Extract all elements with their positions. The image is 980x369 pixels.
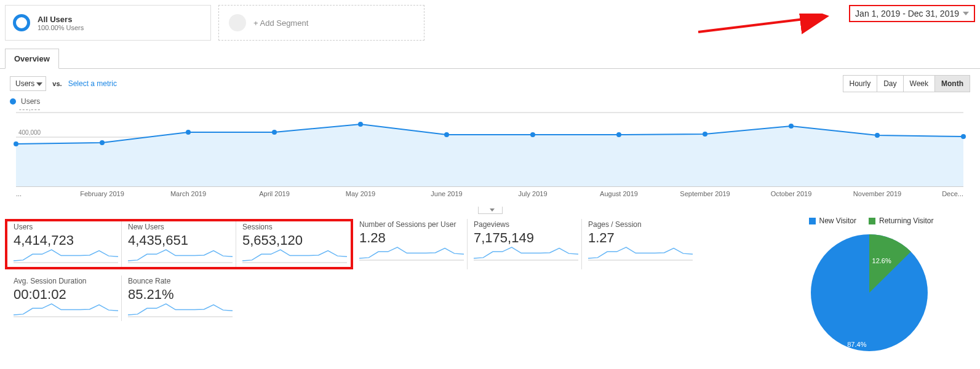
visitor-pie-chart[interactable]: 12.6% 87.4% xyxy=(777,225,962,354)
svg-point-18 xyxy=(875,133,880,138)
segment-title: All Users xyxy=(38,15,84,24)
svg-text:May 2019: May 2019 xyxy=(346,190,375,197)
card-label: Sessions xyxy=(242,223,345,232)
chevron-down-icon xyxy=(36,82,42,86)
chevron-down-icon xyxy=(490,208,495,212)
add-segment-button[interactable]: + Add Segment xyxy=(218,5,424,41)
svg-point-14 xyxy=(530,132,535,137)
svg-text:12.6%: 12.6% xyxy=(872,257,891,264)
svg-text:June 2019: June 2019 xyxy=(431,190,462,197)
sparkline xyxy=(128,248,233,263)
date-range-picker[interactable]: Jan 1, 2019 - Dec 31, 2019 xyxy=(849,5,975,22)
sparkline xyxy=(14,303,118,317)
segment-all-users[interactable]: All Users 100.00% Users xyxy=(5,5,211,41)
card-label: Number of Sessions per User xyxy=(359,220,461,230)
placeholder-circle-icon xyxy=(229,14,246,31)
card-value: 00:01:02 xyxy=(14,287,115,303)
segment-circle-icon xyxy=(13,14,30,31)
granularity-week[interactable]: Week xyxy=(903,76,934,92)
card-pages-per-session[interactable]: Pages / Session 1.27 xyxy=(582,219,696,269)
svg-point-11 xyxy=(272,130,277,135)
primary-metric-dropdown[interactable]: Users xyxy=(10,76,46,91)
svg-point-17 xyxy=(789,124,794,129)
card-new-users[interactable]: New Users 4,435,651 xyxy=(122,221,236,267)
granularity-toggle: Hourly Day Week Month xyxy=(843,75,970,92)
svg-point-19 xyxy=(961,134,966,139)
card-value: 85.21% xyxy=(128,287,230,303)
card-users[interactable]: Users 4,414,723 xyxy=(7,221,122,267)
svg-text:July 2019: July 2019 xyxy=(518,190,547,197)
card-avg-session-duration[interactable]: Avg. Session Duration 00:01:02 xyxy=(7,276,122,321)
svg-text:February 2019: February 2019 xyxy=(80,190,124,197)
sparkline xyxy=(242,248,347,263)
legend-returning-visitor: Returning Visitor xyxy=(879,216,934,225)
segment-text: All Users 100.00% Users xyxy=(38,15,84,31)
vs-label: vs. xyxy=(52,80,62,87)
sparkline xyxy=(359,246,464,261)
card-pageviews[interactable]: Pageviews 7,175,149 xyxy=(468,219,582,269)
card-bounce-rate[interactable]: Bounce Rate 85.21% xyxy=(122,276,236,321)
svg-text:400,000: 400,000 xyxy=(18,129,41,136)
series-legend-label: Users xyxy=(21,97,40,106)
tab-overview-label: Overview xyxy=(14,54,50,63)
svg-point-12 xyxy=(358,122,363,127)
select-metric-link[interactable]: Select a metric xyxy=(68,79,117,88)
pie-legend: New Visitor Returning Visitor xyxy=(777,216,965,225)
svg-text:September 2019: September 2019 xyxy=(680,190,730,197)
granularity-day[interactable]: Day xyxy=(877,76,902,92)
card-value: 1.27 xyxy=(588,230,690,246)
primary-metric-label: Users xyxy=(15,79,34,88)
svg-point-15 xyxy=(616,132,621,137)
segment-subtitle: 100.00% Users xyxy=(38,24,84,31)
sparkline xyxy=(588,246,693,261)
card-value: 1.28 xyxy=(359,230,461,246)
card-label: Users xyxy=(14,223,115,232)
tab-overview[interactable]: Overview xyxy=(5,49,59,69)
card-value: 7,175,149 xyxy=(474,230,575,246)
svg-point-16 xyxy=(703,132,707,137)
tabs: Overview xyxy=(0,48,980,69)
card-label: New Users xyxy=(128,223,229,232)
card-value: 4,435,651 xyxy=(128,232,229,248)
granularity-month[interactable]: Month xyxy=(934,76,970,92)
card-value: 5,653,120 xyxy=(242,232,345,248)
svg-point-13 xyxy=(444,132,449,137)
svg-point-8 xyxy=(14,141,18,146)
chevron-down-icon xyxy=(963,12,969,15)
legend-swatch-new xyxy=(809,218,816,224)
svg-point-9 xyxy=(100,140,105,145)
svg-text:November 2019: November 2019 xyxy=(853,190,901,197)
collapse-handle[interactable] xyxy=(478,207,503,214)
users-line-chart[interactable]: 200,000400,000600,000February 2019March … xyxy=(10,109,970,205)
card-sessions-per-user[interactable]: Number of Sessions per User 1.28 xyxy=(353,219,468,269)
svg-text:...: ... xyxy=(16,190,22,197)
svg-point-10 xyxy=(186,130,191,135)
svg-text:87.4%: 87.4% xyxy=(847,341,866,348)
add-segment-label: + Add Segment xyxy=(253,18,308,28)
card-label: Bounce Rate xyxy=(128,277,230,287)
sparkline xyxy=(474,246,578,261)
card-value: 4,414,723 xyxy=(14,232,115,248)
card-label: Pageviews xyxy=(474,220,575,230)
card-sessions[interactable]: Sessions 5,653,120 xyxy=(236,221,351,267)
legend-new-visitor: New Visitor xyxy=(819,216,856,225)
series-dot-icon xyxy=(10,98,16,105)
highlighted-metrics-box: Users 4,414,723 New Users 4,435,651 Sess… xyxy=(5,219,353,269)
svg-text:Dece...: Dece... xyxy=(942,190,963,197)
granularity-hourly[interactable]: Hourly xyxy=(843,76,877,92)
svg-text:April 2019: April 2019 xyxy=(259,190,290,197)
sparkline xyxy=(128,303,233,317)
svg-text:October 2019: October 2019 xyxy=(771,190,812,197)
svg-text:August 2019: August 2019 xyxy=(600,190,638,197)
legend-swatch-returning xyxy=(869,218,875,224)
svg-text:March 2019: March 2019 xyxy=(170,190,206,197)
date-range-label: Jan 1, 2019 - Dec 31, 2019 xyxy=(855,9,959,18)
sparkline xyxy=(14,248,118,263)
card-label: Pages / Session xyxy=(588,220,690,230)
svg-text:600,000: 600,000 xyxy=(18,109,41,111)
card-label: Avg. Session Duration xyxy=(14,277,115,287)
